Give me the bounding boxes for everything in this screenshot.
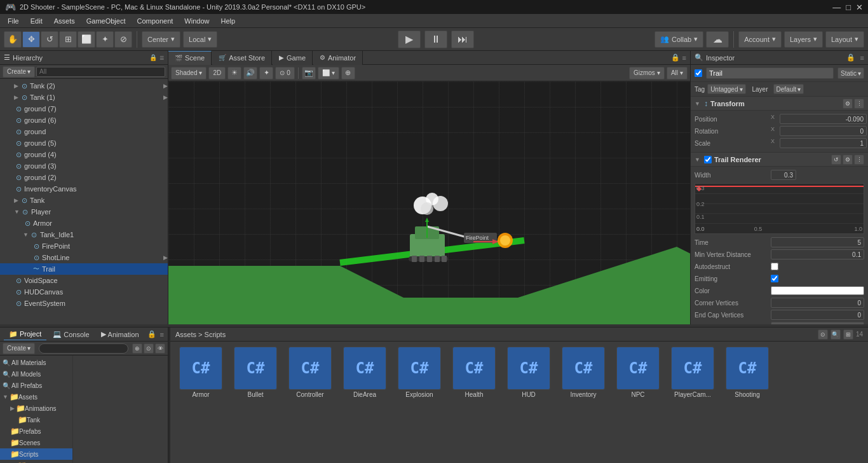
cloud-button[interactable]: ☁	[706, 31, 729, 48]
pivot-mode[interactable]: Center ▾	[142, 31, 180, 48]
tab-asset-store[interactable]: 🛒 Asset Store	[212, 51, 272, 65]
asset-bullet[interactable]: C# Bullet	[230, 347, 281, 398]
tab-project[interactable]: 📁 Project	[4, 329, 46, 340]
asset-shooting[interactable]: C# Shooting	[722, 347, 773, 398]
scripts-folder-item[interactable]: 📁 Scripts	[0, 448, 72, 460]
object-name-input[interactable]	[706, 67, 834, 79]
width-input[interactable]	[771, 170, 796, 180]
corner-vertices-input[interactable]	[771, 298, 864, 308]
asset-explosion[interactable]: C# Explosion	[394, 347, 445, 398]
list-item[interactable]: 🔍 All Models	[0, 368, 72, 380]
trail-reset[interactable]: ↺	[831, 155, 841, 165]
pos-x-input[interactable]	[780, 114, 867, 124]
minimize-btn[interactable]: —	[832, 3, 841, 12]
asset-health[interactable]: C# Health	[449, 347, 499, 398]
assets-layout-btn[interactable]: ⊞	[843, 329, 853, 340]
pause-button[interactable]: ⏸	[424, 31, 447, 48]
asset-hud[interactable]: C# HUD	[503, 347, 554, 398]
account-dropdown[interactable]: Account ▾	[738, 31, 782, 48]
menu-assets[interactable]: Assets	[49, 16, 80, 26]
end-cap-input[interactable]	[771, 310, 864, 320]
asset-inventory[interactable]: C# Inventory	[558, 347, 609, 398]
tool-scale[interactable]: ⊞	[59, 31, 77, 48]
list-item[interactable]: ▼ 📁 Assets	[0, 391, 72, 403]
trail-more[interactable]: ⋮	[854, 155, 864, 165]
close-btn[interactable]: ✕	[856, 3, 863, 12]
list-item[interactable]: 📁 Tank	[0, 414, 72, 425]
all-layers-dd[interactable]: All ▾	[667, 67, 688, 79]
menu-edit[interactable]: Edit	[25, 16, 48, 26]
list-item[interactable]: ⊙ ground	[0, 126, 168, 137]
autodestruct-checkbox[interactable]	[771, 263, 778, 270]
trail-width-chart[interactable]: 0.3 0.2 0.1 0.0 0.5 1.0 0.0	[695, 183, 864, 234]
list-item[interactable]: ⊙ HUDCanvas	[0, 286, 168, 298]
maximize-btn[interactable]: □	[846, 3, 851, 12]
menu-component[interactable]: Component	[132, 16, 178, 26]
layout-dropdown[interactable]: Layout ▾	[825, 31, 864, 48]
menu-gameobject[interactable]: GameObject	[81, 16, 131, 26]
project-search[interactable]	[39, 343, 128, 354]
list-item[interactable]: ⊙ ground (7)	[0, 103, 168, 114]
proj-btn-2[interactable]: ⊙	[144, 343, 154, 354]
list-item[interactable]: ⊙ VoidSpace	[0, 275, 168, 286]
project-menu[interactable]: ≡	[160, 331, 164, 338]
viewport-dd[interactable]: ⬜ ▾	[318, 67, 339, 79]
trail-settings[interactable]: ⚙	[843, 155, 853, 165]
list-item[interactable]: ⊙ ShotLine ▶	[0, 252, 168, 263]
proj-btn-3[interactable]: 👁	[155, 343, 165, 354]
collab-button[interactable]: 👥 Collab ▾	[654, 31, 703, 48]
inspector-menu[interactable]: ≡	[860, 54, 864, 62]
min-vertex-input[interactable]	[771, 249, 864, 259]
project-create-btn[interactable]: Create ▾	[3, 343, 35, 354]
tab-game[interactable]: ▶ Game	[273, 51, 313, 65]
audio-btn[interactable]: 🔊	[243, 67, 257, 79]
scene-view[interactable]: FirePoint	[168, 81, 690, 324]
asset-controller[interactable]: C# Controller	[285, 347, 336, 398]
color-swatch[interactable]	[771, 286, 864, 295]
play-button[interactable]: ▶	[398, 31, 421, 48]
tool-custom[interactable]: ⊘	[114, 31, 132, 48]
emitting-checkbox[interactable]	[771, 275, 778, 282]
project-lock[interactable]: 🔒	[147, 330, 156, 338]
effects-btn[interactable]: ✦	[259, 67, 273, 79]
tab-animator[interactable]: ⚙ Animator	[313, 51, 363, 65]
list-item[interactable]: ▶ ⊙ Tank	[0, 195, 168, 206]
title-bar-right[interactable]: — □ ✕	[832, 3, 863, 12]
asset-npc[interactable]: C# NPC	[613, 347, 663, 398]
shading-dropdown[interactable]: Shaded ▾	[171, 67, 207, 79]
step-button[interactable]: ⏭	[451, 31, 474, 48]
list-item[interactable]: ▶ ⊙ Tank (2) ▶	[0, 80, 168, 92]
assets-filter-btn[interactable]: ⊙	[818, 329, 828, 340]
object-active-checkbox[interactable]	[695, 69, 702, 77]
rot-x-input[interactable]	[780, 126, 867, 136]
list-item[interactable]: ▼ ⊙ Player	[0, 206, 168, 218]
list-item[interactable]: ⊙ FirePoint	[0, 240, 168, 252]
scale-x-input[interactable]	[780, 138, 867, 148]
asset-diearea[interactable]: C# DieArea	[339, 347, 390, 398]
list-item[interactable]: ⊙ ground (3)	[0, 160, 168, 172]
list-item[interactable]: ▼ 📁 Sprites	[0, 460, 72, 463]
hierarchy-menu[interactable]: ≡	[159, 53, 164, 62]
assets-search-btn[interactable]: 🔍	[831, 329, 841, 340]
lighting-btn[interactable]: ☀	[227, 67, 241, 79]
transform-tools-btn[interactable]: ⊕	[341, 67, 355, 79]
2d-toggle[interactable]: 2D	[208, 67, 226, 79]
transform-settings[interactable]: ⚙	[843, 99, 853, 109]
list-item[interactable]: ⊙ ground (4)	[0, 149, 168, 160]
list-item[interactable]: 🔍 All Prefabs	[0, 380, 72, 391]
hierarchy-search[interactable]	[36, 67, 165, 77]
proj-btn-1[interactable]: ⊕	[132, 343, 142, 354]
list-item[interactable]: ▶ ⊙ Tank (1) ▶	[0, 92, 168, 103]
hierarchy-lock[interactable]: 🔒	[149, 54, 157, 61]
trail-hierarchy-item[interactable]: 〜 Trail	[0, 263, 168, 275]
list-item[interactable]: ▼ ⊙ Tank_Idle1	[0, 229, 168, 240]
camera-btn[interactable]: 📷	[302, 67, 316, 79]
list-item[interactable]: ⊙ ground (2)	[0, 172, 168, 183]
asset-armor[interactable]: C# Armor	[175, 347, 226, 398]
layer-dropdown[interactable]: Default ▾	[773, 84, 804, 94]
list-item[interactable]: ⊙ InventoryCanvas	[0, 183, 168, 195]
tool-hand[interactable]: ✋	[4, 31, 22, 48]
transform-more[interactable]: ⋮	[854, 99, 864, 109]
alignment-dropdown[interactable]: View ▾	[771, 322, 864, 324]
menu-help[interactable]: Help	[215, 16, 240, 26]
